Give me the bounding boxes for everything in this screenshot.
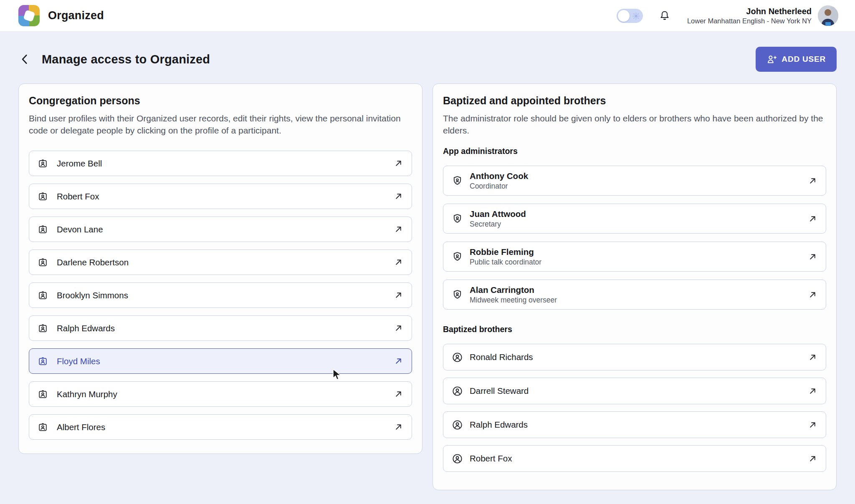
- open-profile-arrow-icon: [394, 422, 403, 432]
- admin-row[interactable]: Robbie Fleming Public talk coordinator: [443, 242, 826, 272]
- open-profile-arrow-icon: [808, 454, 817, 464]
- app-header: Organized John Netherleed Lower Manhatta…: [0, 0, 855, 32]
- page-title: Manage access to Organized: [42, 53, 210, 66]
- member-name: Ronald Richards: [470, 352, 533, 363]
- member-name: Ralph Edwards: [470, 419, 528, 430]
- member-list: Anthony Cook Coordinator Juan Attwood Se…: [443, 166, 826, 310]
- person-name: Robert Fox: [57, 192, 99, 202]
- person-name: Brooklyn Simmons: [57, 290, 128, 300]
- shield-person-icon: [452, 289, 463, 300]
- theme-toggle[interactable]: [617, 9, 643, 23]
- appointed-brothers-panel: Baptized and appointed brothers The admi…: [433, 83, 837, 490]
- person-name: Albert Flores: [57, 422, 105, 432]
- admin-row[interactable]: Alan Carrington Midweek meeting overseer: [443, 280, 826, 310]
- person-row[interactable]: Darlene Robertson: [29, 249, 412, 275]
- person-name: Kathryn Murphy: [57, 389, 117, 399]
- section-label: App administrators: [443, 146, 826, 156]
- open-profile-arrow-icon: [394, 224, 403, 234]
- add-user-button[interactable]: ADD USER: [756, 47, 837, 72]
- member-list: Ronald Richards Darrell Steward: [443, 344, 826, 472]
- theme-toggle-knob[interactable]: [618, 10, 630, 22]
- person-row[interactable]: Kathryn Murphy: [29, 381, 412, 407]
- member-role: Coordinator: [470, 181, 528, 191]
- left-panel-description: Bind user profiles with their Organized …: [29, 112, 412, 136]
- brother-row[interactable]: Ronald Richards: [443, 344, 826, 370]
- member-role: Public talk coordinator: [470, 257, 541, 267]
- avatar[interactable]: [818, 5, 838, 26]
- back-button[interactable]: [18, 52, 31, 66]
- id-card-icon: [38, 356, 48, 366]
- person-row[interactable]: Brooklyn Simmons: [29, 282, 412, 308]
- shield-person-icon: [452, 251, 463, 262]
- circle-user-icon: [452, 352, 463, 363]
- member-name: Juan Attwood: [470, 209, 526, 219]
- id-card-icon: [38, 290, 48, 300]
- chevron-left-icon: [18, 52, 31, 66]
- bell-icon: [659, 10, 670, 22]
- left-panel-title: Congregation persons: [29, 95, 412, 107]
- app-logo-icon: [18, 5, 40, 26]
- person-row[interactable]: Devon Lane: [29, 217, 412, 242]
- person-row[interactable]: Ralph Edwards: [29, 315, 412, 341]
- id-card-icon: [38, 389, 48, 399]
- member-sections: App administrators Anthony Cook Coordina…: [443, 146, 826, 472]
- id-card-icon: [38, 422, 48, 432]
- sun-icon: [632, 12, 640, 20]
- open-profile-arrow-icon: [394, 356, 403, 366]
- notifications-button[interactable]: [659, 10, 670, 22]
- id-card-icon: [38, 224, 48, 234]
- app-name: Organized: [48, 9, 104, 22]
- member-name: Darrell Steward: [470, 386, 529, 396]
- right-panel-description: The administrator role should be given o…: [443, 112, 826, 136]
- id-card-icon: [38, 191, 48, 202]
- persons-list: Jerome Bell Robert Fox: [29, 151, 412, 440]
- user-name: John Netherleed: [687, 6, 812, 17]
- shield-person-icon: [452, 213, 463, 224]
- congregation-persons-panel: Congregation persons Bind user profiles …: [18, 83, 422, 454]
- open-profile-arrow-icon: [808, 420, 817, 430]
- person-name: Jerome Bell: [57, 159, 102, 169]
- admin-row[interactable]: Anthony Cook Coordinator: [443, 166, 826, 196]
- member-name: Robert Fox: [470, 453, 512, 464]
- member-role: Secretary: [470, 219, 526, 229]
- person-name: Floyd Miles: [57, 356, 100, 366]
- brother-row[interactable]: Robert Fox: [443, 445, 826, 472]
- open-profile-arrow-icon: [808, 386, 817, 396]
- open-profile-arrow-icon: [808, 214, 817, 224]
- member-name: Robbie Fleming: [470, 247, 541, 257]
- open-profile-arrow-icon: [808, 176, 817, 186]
- user-congregation: Lower Manhattan English - New York NY: [687, 17, 812, 25]
- open-profile-arrow-icon: [808, 290, 817, 300]
- add-user-label: ADD USER: [782, 55, 826, 64]
- user-menu[interactable]: John Netherleed Lower Manhattan English …: [687, 5, 838, 26]
- app-logo-pinwheel: [23, 10, 35, 22]
- person-name: Darlene Robertson: [57, 257, 129, 267]
- member-name: Anthony Cook: [470, 171, 528, 181]
- member-role: Midweek meeting overseer: [470, 295, 557, 305]
- open-profile-arrow-icon: [394, 290, 403, 300]
- open-profile-arrow-icon: [808, 252, 817, 262]
- person-name: Ralph Edwards: [57, 323, 115, 333]
- open-profile-arrow-icon: [808, 353, 817, 362]
- circle-user-icon: [452, 386, 463, 397]
- person-row[interactable]: Albert Flores: [29, 414, 412, 440]
- section-label: Baptized brothers: [443, 325, 826, 334]
- shield-person-icon: [452, 175, 463, 186]
- brand: Organized: [18, 5, 104, 26]
- person-plus-icon: [766, 54, 777, 65]
- person-row[interactable]: Floyd Miles: [29, 348, 412, 374]
- open-profile-arrow-icon: [394, 159, 403, 168]
- id-card-icon: [38, 158, 48, 169]
- circle-user-icon: [452, 419, 463, 431]
- open-profile-arrow-icon: [394, 192, 403, 201]
- main-content: Manage access to Organized ADD USER Cong…: [0, 47, 855, 490]
- right-panel-title: Baptized and appointed brothers: [443, 95, 826, 107]
- admin-row[interactable]: Juan Attwood Secretary: [443, 204, 826, 234]
- id-card-icon: [38, 323, 48, 333]
- person-row[interactable]: Jerome Bell: [29, 151, 412, 176]
- person-row[interactable]: Robert Fox: [29, 184, 412, 209]
- brother-row[interactable]: Ralph Edwards: [443, 411, 826, 438]
- open-profile-arrow-icon: [394, 323, 403, 333]
- open-profile-arrow-icon: [394, 257, 403, 267]
- brother-row[interactable]: Darrell Steward: [443, 378, 826, 404]
